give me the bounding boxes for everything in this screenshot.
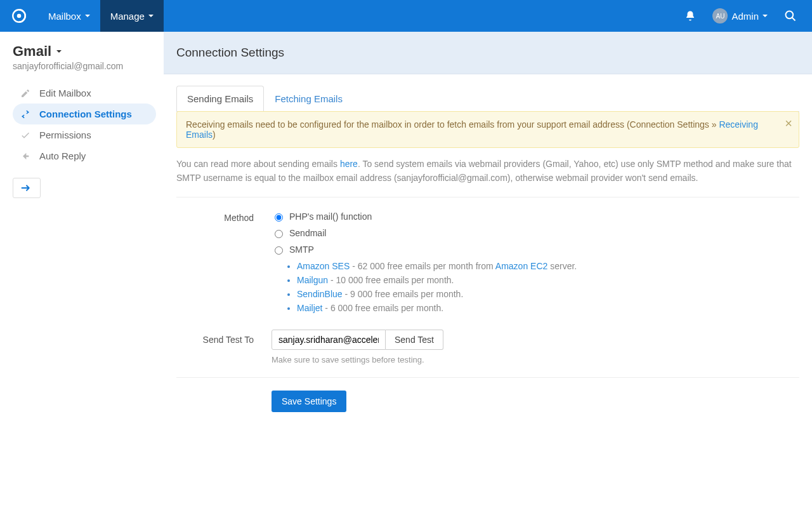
save-settings-button[interactable]: Save Settings xyxy=(272,391,346,412)
sidebar-item-edit-mailbox[interactable]: Edit Mailbox xyxy=(13,83,156,104)
warning-alert: Receiving emails need to be configured f… xyxy=(176,111,799,148)
svg-point-2 xyxy=(786,11,794,19)
check-icon xyxy=(20,130,32,140)
list-item: Amazon SES - 62 000 free emails per mont… xyxy=(297,261,799,271)
svg-line-3 xyxy=(792,18,796,21)
sidebar-item-label: Auto Reply xyxy=(39,150,86,161)
smtp-providers-list: Amazon SES - 62 000 free emails per mont… xyxy=(285,261,799,313)
mailbox-switcher[interactable]: Gmail xyxy=(13,43,156,60)
radio-input[interactable] xyxy=(275,213,283,222)
user-menu[interactable]: AU Admin xyxy=(706,8,774,23)
chevron-down-icon xyxy=(56,50,62,53)
nav-manage[interactable]: Manage xyxy=(100,0,164,32)
content: Connection Settings Sending Emails Fetch… xyxy=(164,32,812,508)
radio-input[interactable] xyxy=(275,230,283,238)
sidebar-item-connection-settings[interactable]: Connection Settings xyxy=(13,104,156,124)
alert-text-tail: ) xyxy=(213,130,216,140)
user-name: Admin xyxy=(731,11,759,22)
nav-mailbox[interactable]: Mailbox xyxy=(38,0,100,32)
mailbox-email: sanjayforofficial@gmail.com xyxy=(13,61,156,71)
close-icon[interactable]: × xyxy=(785,117,792,130)
list-item: SendinBlue - 9 000 free emails per month… xyxy=(297,289,799,299)
tab-sending-emails[interactable]: Sending Emails xyxy=(176,86,264,111)
sidebar: Gmail sanjayforofficial@gmail.com Edit M… xyxy=(0,32,164,508)
amazon-ses-link[interactable]: Amazon SES xyxy=(297,261,350,271)
send-test-button[interactable]: Send Test xyxy=(386,330,443,350)
intro-text: You can read more about sending emails h… xyxy=(176,148,799,197)
sending-docs-link[interactable]: here xyxy=(340,159,358,169)
nav-mailbox-label: Mailbox xyxy=(48,11,81,22)
method-radio-smtp[interactable]: SMTP xyxy=(272,244,799,255)
method-label: Method xyxy=(176,211,272,317)
sidebar-item-label: Edit Mailbox xyxy=(39,88,91,98)
list-item: Mailjet - 6 000 free emails per month. xyxy=(297,303,799,313)
amazon-ec2-link[interactable]: Amazon EC2 xyxy=(495,261,547,271)
mailbox-name: Gmail xyxy=(13,43,51,60)
tab-fetching-emails[interactable]: Fetching Emails xyxy=(264,86,353,111)
chevron-down-icon xyxy=(148,15,154,17)
page-title: Connection Settings xyxy=(176,46,799,60)
send-test-help: Make sure to save settings before testin… xyxy=(272,355,799,364)
radio-input[interactable] xyxy=(275,246,283,255)
method-radio-php[interactable]: PHP's mail() function xyxy=(272,211,799,222)
exchange-icon xyxy=(20,109,32,119)
mailgun-link[interactable]: Mailgun xyxy=(297,275,328,285)
pencil-icon xyxy=(20,88,32,98)
sidebar-item-auto-reply[interactable]: Auto Reply xyxy=(13,145,156,166)
nav-manage-label: Manage xyxy=(110,11,145,22)
sidebar-item-permissions[interactable]: Permissions xyxy=(13,124,156,145)
sendinblue-link[interactable]: SendinBlue xyxy=(297,289,343,299)
divider xyxy=(176,377,799,378)
list-item: Mailgun - 10 000 free emails per month. xyxy=(297,275,799,285)
tabs: Sending Emails Fetching Emails xyxy=(176,86,799,112)
app-logo[interactable] xyxy=(0,0,38,32)
chevron-down-icon xyxy=(763,15,768,17)
search-icon[interactable] xyxy=(776,10,804,22)
alert-text: Receiving emails need to be configured f… xyxy=(186,119,719,130)
svg-point-1 xyxy=(17,14,22,18)
sidebar-item-label: Connection Settings xyxy=(39,109,132,119)
reply-icon xyxy=(20,151,32,161)
avatar: AU xyxy=(712,8,728,23)
chevron-down-icon xyxy=(85,15,90,17)
collapse-sidebar-button[interactable] xyxy=(13,178,41,198)
sidebar-item-label: Permissions xyxy=(39,130,91,140)
send-test-label: Send Test To xyxy=(176,330,272,364)
top-navbar: Mailbox Manage AU Admin xyxy=(0,0,812,32)
page-header: Connection Settings xyxy=(164,32,812,74)
send-test-input[interactable] xyxy=(272,330,386,350)
method-radio-sendmail[interactable]: Sendmail xyxy=(272,228,799,238)
mailjet-link[interactable]: Mailjet xyxy=(297,303,322,313)
notifications-icon[interactable] xyxy=(677,10,704,22)
